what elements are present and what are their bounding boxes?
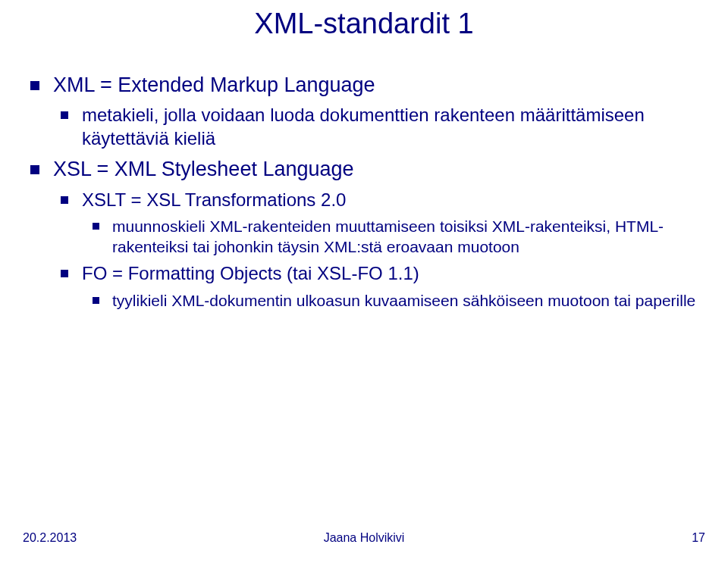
- footer-author: Jaana Holvikivi: [0, 531, 728, 545]
- slide-content: XML = Extended Markup Language metakieli…: [27, 72, 720, 317]
- list-item: tyylikieli XML-dokumentin ulkoasun kuvaa…: [82, 290, 720, 311]
- slide-footer: 20.2.2013 Jaana Holvikivi 17: [0, 531, 728, 549]
- bullet-text: metakieli, jolla voidaan luoda dokumentt…: [82, 105, 645, 149]
- list-item: XSLT = XSL Transformations 2.0 muunnoski…: [53, 188, 720, 258]
- bullet-list-lvl3: muunnoskieli XML-rakenteiden muuttamisee…: [82, 216, 720, 258]
- footer-page-number: 17: [692, 531, 705, 545]
- bullet-text: tyylikieli XML-dokumentin ulkoasun kuvaa…: [112, 292, 695, 309]
- list-item: metakieli, jolla voidaan luoda dokumentt…: [53, 103, 720, 150]
- slide: XML-standardit 1 XML = Extended Markup L…: [0, 0, 728, 563]
- bullet-list: XML = Extended Markup Language metakieli…: [27, 72, 720, 311]
- bullet-text: XSL = XML Stylesheet Language: [53, 158, 354, 180]
- list-item: muunnoskieli XML-rakenteiden muuttamisee…: [82, 216, 720, 258]
- bullet-text: XSLT = XSL Transformations 2.0: [82, 189, 346, 210]
- slide-title: XML-standardit 1: [0, 8, 728, 40]
- bullet-list-lvl3: tyylikieli XML-dokumentin ulkoasun kuvaa…: [82, 290, 720, 311]
- list-item: XSL = XML Stylesheet Language XSLT = XSL…: [27, 156, 720, 310]
- bullet-list-lvl2: metakieli, jolla voidaan luoda dokumentt…: [53, 103, 720, 150]
- bullet-list-lvl2: XSLT = XSL Transformations 2.0 muunnoski…: [53, 188, 720, 311]
- bullet-text: muunnoskieli XML-rakenteiden muuttamisee…: [112, 217, 664, 255]
- bullet-text: XML = Extended Markup Language: [53, 74, 375, 96]
- list-item: FO = Formatting Objects (tai XSL-FO 1.1)…: [53, 261, 720, 310]
- bullet-text: FO = Formatting Objects (tai XSL-FO 1.1): [82, 263, 419, 283]
- list-item: XML = Extended Markup Language metakieli…: [27, 72, 720, 150]
